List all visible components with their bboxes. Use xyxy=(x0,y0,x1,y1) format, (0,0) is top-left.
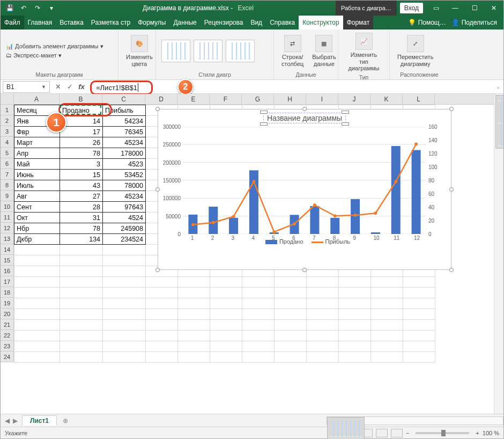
tab-page-layout[interactable]: Разметка стр xyxy=(87,16,134,30)
svg-point-29 xyxy=(394,180,397,184)
chart-styles-gallery[interactable] xyxy=(161,40,255,62)
tab-help[interactable]: Справка xyxy=(266,16,299,30)
redo-icon[interactable]: ↷ xyxy=(33,3,42,13)
maximize-icon[interactable]: ☐ xyxy=(465,1,484,16)
chart-handle[interactable] xyxy=(155,187,160,192)
switch-icon: ⇄ xyxy=(284,35,301,52)
svg-point-26 xyxy=(333,214,337,217)
move-chart-icon: ⤢ xyxy=(407,35,424,52)
group-chart-layouts: Макеты диаграмм xyxy=(6,70,113,79)
select-data-icon: ▦ xyxy=(315,35,332,52)
tab-data[interactable]: Данные xyxy=(169,16,200,30)
chart-plot-area[interactable]: 050000100000150000200000250000300000 020… xyxy=(183,127,426,234)
tab-formulas[interactable]: Формулы xyxy=(134,16,169,30)
chart-title[interactable]: Название диаграммы xyxy=(158,109,451,127)
tell-me-button[interactable]: 💡 Помощ… xyxy=(408,19,446,26)
horizontal-scrollbar[interactable] xyxy=(327,416,503,425)
tab-view[interactable]: Вид xyxy=(247,16,266,30)
chart-handle[interactable] xyxy=(302,268,307,272)
svg-point-19 xyxy=(191,223,195,226)
row-headers[interactable]: 123456789101112131415161718192021222324 xyxy=(1,105,14,362)
zoom-level[interactable]: 100 % xyxy=(483,430,499,436)
close-icon[interactable]: ✕ xyxy=(484,1,503,16)
svg-rect-13 xyxy=(310,206,319,234)
zoom-slider[interactable] xyxy=(416,432,469,434)
svg-rect-10 xyxy=(249,170,258,234)
minimize-icon[interactable]: — xyxy=(446,1,465,16)
svg-rect-18 xyxy=(412,150,421,234)
group-data: Данные xyxy=(279,70,332,79)
view-page-layout-icon[interactable] xyxy=(376,429,388,437)
svg-point-24 xyxy=(293,222,296,225)
svg-rect-8 xyxy=(209,207,218,234)
tab-nav-prev-icon[interactable]: ◀ xyxy=(5,417,10,425)
sheet-tab-bar: ◀▶ Лист1 ⊕ xyxy=(1,414,503,427)
group-location: Расположение xyxy=(395,70,443,79)
y-axis-left: 050000100000150000200000250000300000 xyxy=(160,127,182,234)
chart-handle[interactable] xyxy=(449,187,454,192)
formula-input[interactable]: =Лист1!$B$1 2 xyxy=(87,81,493,93)
change-chart-type-button[interactable]: 📈Изменить тип диаграммы xyxy=(344,32,384,73)
chart-svg xyxy=(183,127,426,234)
contextual-tools-label: Работа с диагра… xyxy=(336,1,397,16)
switch-row-column-button[interactable]: ⇄Строка/ столбец xyxy=(279,34,306,68)
app-name: Excel xyxy=(238,4,254,12)
tab-chart-design[interactable]: Конструктор xyxy=(299,16,343,30)
svg-point-21 xyxy=(232,215,235,218)
svg-point-27 xyxy=(354,214,357,217)
tab-nav-next-icon[interactable]: ▶ xyxy=(13,417,18,425)
vertical-scrollbar[interactable] xyxy=(494,94,503,414)
worksheet-area[interactable]: ABCDEFGHIJKL 123456789101112131415161718… xyxy=(1,94,503,414)
tab-chart-format[interactable]: Формат xyxy=(343,16,374,30)
qat-customize-icon[interactable]: ▾ xyxy=(47,3,56,13)
svg-point-23 xyxy=(272,230,276,233)
svg-point-28 xyxy=(374,211,377,215)
y-axis-right: 020406080100120140160 xyxy=(427,127,449,234)
document-name: Диаграмма в диаграмме.xlsx xyxy=(143,4,229,12)
ribbon-display-icon[interactable]: ▭ xyxy=(426,1,446,16)
palette-icon: 🎨 xyxy=(131,35,148,52)
select-data-button[interactable]: ▦Выбрать данные xyxy=(310,34,338,68)
column-headers[interactable]: ABCDEFGHIJKL xyxy=(14,94,494,105)
tab-home[interactable]: Главная xyxy=(24,16,56,30)
svg-rect-14 xyxy=(330,218,339,234)
callout-badge-2: 2 xyxy=(177,79,194,95)
svg-point-20 xyxy=(212,221,215,224)
formula-callout-highlight: =Лист1!$B$1 2 xyxy=(90,81,153,95)
svg-rect-16 xyxy=(371,232,380,234)
undo-icon[interactable]: ↶ xyxy=(19,3,28,13)
move-chart-button[interactable]: ⤢Переместить диаграмму xyxy=(395,34,435,68)
new-sheet-button[interactable]: ⊕ xyxy=(57,416,74,425)
view-page-break-icon[interactable] xyxy=(391,429,403,437)
tab-file[interactable]: Файл xyxy=(1,16,24,30)
cells-grid[interactable]: МесяцПроданоПрибыльЯнв1454234Фвр1776345М… xyxy=(14,105,494,414)
add-chart-element-button[interactable]: 📊 Добавить элемент диаграммы ▾ xyxy=(6,42,103,50)
chevron-down-icon[interactable]: ▼ xyxy=(41,84,46,90)
window-title: Диаграмма в диаграмме.xlsx - Excel xyxy=(61,4,336,12)
share-button[interactable]: 👤 Поделиться xyxy=(451,19,497,26)
svg-rect-9 xyxy=(229,218,238,234)
quick-access-toolbar: 💾 ↶ ↷ ▾ xyxy=(1,3,61,13)
fx-icon[interactable]: fx xyxy=(76,81,87,93)
sheet-tab-active[interactable]: Лист1 xyxy=(22,415,57,426)
ribbon-tabs: Файл Главная Вставка Разметка стр Формул… xyxy=(1,16,503,30)
quick-layout-button[interactable]: 🗂 Экспресс-макет ▾ xyxy=(6,52,62,60)
signin-button[interactable]: Вход xyxy=(400,3,423,13)
name-box[interactable]: B1▼ xyxy=(3,81,50,93)
select-all-corner[interactable] xyxy=(1,94,14,105)
save-icon[interactable]: 💾 xyxy=(5,3,14,13)
chart-type-icon: 📈 xyxy=(355,33,373,50)
zoom-out-icon[interactable]: − xyxy=(406,430,409,436)
titlebar: 💾 ↶ ↷ ▾ Диаграмма в диаграмме.xlsx - Exc… xyxy=(1,1,503,16)
zoom-in-icon[interactable]: + xyxy=(476,430,479,436)
change-colors-button[interactable]: 🎨Изменить цвета xyxy=(124,34,155,68)
tab-review[interactable]: Рецензирова xyxy=(201,16,247,30)
chart-handle[interactable] xyxy=(155,268,160,272)
confirm-formula-icon[interactable]: ✓ xyxy=(64,81,76,93)
chart-handle[interactable] xyxy=(449,268,454,272)
tab-insert[interactable]: Вставка xyxy=(56,16,87,30)
svg-point-22 xyxy=(252,180,255,184)
chart-object[interactable]: Название диаграммы 050000100000150000200… xyxy=(158,109,451,270)
cancel-formula-icon[interactable]: ✕ xyxy=(52,81,64,93)
expand-formula-bar-icon[interactable]: ⌄ xyxy=(493,84,503,90)
